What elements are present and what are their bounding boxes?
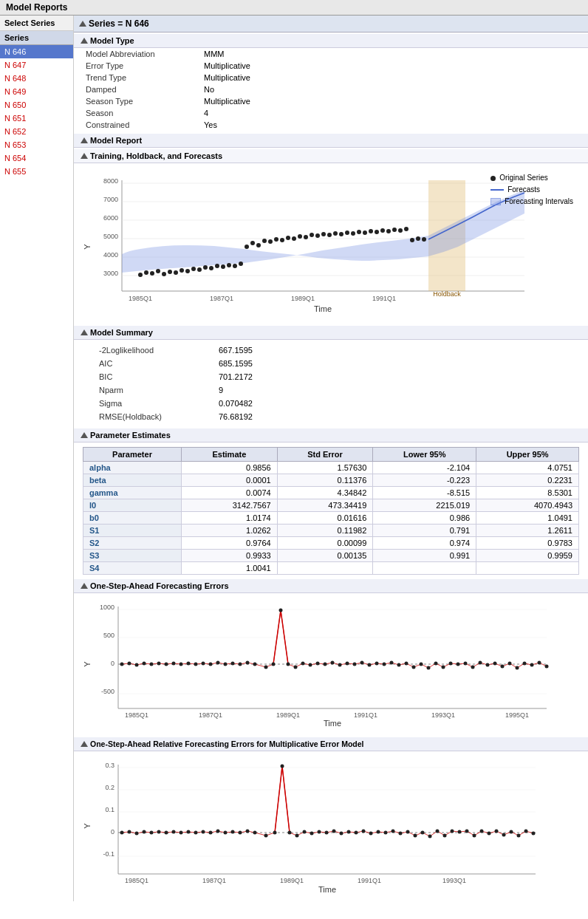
- svg-point-123: [390, 661, 394, 665]
- series-item-N-655[interactable]: N 655: [0, 165, 73, 178]
- param-name: S2: [83, 537, 182, 550]
- training-label: Training, Holdback, and Forecasts: [90, 151, 222, 160]
- param-lower: 0.991: [373, 550, 476, 562]
- svg-text:8000: 8000: [103, 177, 118, 185]
- summary-label: BIC: [87, 371, 205, 383]
- legend-intervals-label: Forecasting Intervals: [505, 196, 573, 208]
- svg-text:-500: -500: [101, 688, 114, 695]
- svg-point-127: [420, 663, 423, 666]
- svg-point-140: [516, 666, 519, 670]
- svg-point-102: [231, 662, 235, 666]
- svg-point-64: [398, 228, 403, 233]
- legend-intervals: Forecasting Intervals: [490, 196, 573, 208]
- svg-point-185: [281, 765, 284, 768]
- prop-label: Season Type: [74, 95, 192, 107]
- summary-value: 9: [207, 384, 575, 396]
- svg-text:0.1: 0.1: [105, 806, 114, 813]
- svg-point-100: [216, 661, 220, 665]
- one-step-triangle[interactable]: [81, 583, 88, 589]
- param-triangle[interactable]: [81, 432, 88, 438]
- table-row: BIC701.2172: [87, 371, 575, 383]
- error-line: [122, 610, 547, 668]
- svg-point-174: [194, 831, 198, 835]
- svg-point-186: [288, 831, 292, 835]
- svg-point-180: [239, 831, 242, 835]
- forecast-line-legend: [490, 189, 504, 191]
- model-type-table: Model AbbreviationMMMError TypeMultiplic…: [74, 48, 588, 131]
- svg-point-44: [280, 238, 284, 242]
- series-item-N-654[interactable]: N 654: [0, 151, 73, 165]
- param-upper: 4070.4943: [476, 499, 579, 512]
- svg-point-103: [239, 663, 242, 666]
- legend-original: Original Series: [490, 172, 573, 184]
- svg-point-111: [301, 662, 305, 666]
- title-bar: Model Reports: [0, 0, 588, 16]
- training-chart-container: Y 8000 7000 6000 5000 4000 3000 1: [74, 163, 588, 324]
- right-panel: Series = N 646 Model Type Model Abbrevia…: [74, 16, 588, 901]
- svg-point-175: [202, 830, 205, 834]
- svg-point-198: [377, 830, 380, 834]
- interval-box-legend: [490, 198, 501, 205]
- svg-point-193: [340, 832, 343, 836]
- svg-point-170: [165, 831, 168, 835]
- model-type-triangle[interactable]: [81, 38, 88, 44]
- svg-point-40: [256, 243, 261, 247]
- param-column-header: Std Error: [277, 448, 373, 462]
- svg-point-27: [180, 268, 184, 273]
- svg-point-215: [502, 833, 506, 837]
- summary-label: Sigma: [87, 397, 205, 409]
- svg-point-116: [338, 663, 342, 667]
- svg-point-31: [203, 265, 208, 270]
- svg-text:1993Q1: 1993Q1: [442, 877, 466, 884]
- series-item-N-649[interactable]: N 649: [0, 85, 73, 98]
- svg-text:1995Q1: 1995Q1: [505, 711, 529, 719]
- prop-label: Season: [74, 107, 192, 119]
- training-triangle[interactable]: [81, 153, 88, 159]
- svg-point-33: [215, 264, 219, 268]
- series-item-N-646[interactable]: N 646: [0, 45, 73, 58]
- svg-point-130: [442, 666, 445, 669]
- series-item-N-647[interactable]: N 647: [0, 58, 73, 72]
- svg-point-24: [162, 272, 166, 276]
- prop-value: MMM: [192, 48, 588, 60]
- svg-point-48: [304, 235, 308, 239]
- svg-point-219: [532, 832, 536, 836]
- prop-label: Error Type: [74, 60, 192, 72]
- svg-point-45: [286, 236, 290, 240]
- svg-point-133: [464, 662, 468, 666]
- collapse-triangle[interactable]: [79, 21, 86, 27]
- relative-header: One-Step-Ahead Relative Forecasting Erro…: [74, 737, 588, 751]
- table-row: S4 1.0041: [83, 562, 579, 575]
- svg-point-36: [233, 264, 237, 268]
- series-item-N-652[interactable]: N 652: [0, 125, 73, 138]
- svg-text:1987Q1: 1987Q1: [202, 877, 226, 884]
- relative-triangle[interactable]: [81, 741, 88, 747]
- svg-point-137: [493, 662, 497, 666]
- prop-value: 4: [192, 107, 588, 119]
- svg-point-122: [383, 663, 386, 666]
- param-std-error: 0.00099: [277, 537, 373, 550]
- svg-point-184: [273, 831, 277, 835]
- series-item-N-653[interactable]: N 653: [0, 138, 73, 151]
- model-summary-triangle[interactable]: [81, 329, 88, 335]
- series-item-N-650[interactable]: N 650: [0, 98, 73, 112]
- summary-value: 685.1595: [207, 358, 575, 369]
- svg-point-54: [339, 232, 343, 236]
- param-std-error: 0.00135: [277, 550, 373, 562]
- svg-point-139: [508, 662, 512, 666]
- svg-point-89: [135, 663, 139, 667]
- param-name: S3: [83, 550, 182, 562]
- prop-value: No: [192, 83, 588, 95]
- svg-point-62: [386, 229, 391, 233]
- svg-text:Y: Y: [83, 661, 92, 667]
- param-estimate: 0.0074: [182, 487, 278, 499]
- svg-point-213: [488, 832, 491, 836]
- svg-text:1987Q1: 1987Q1: [199, 711, 222, 719]
- svg-point-187: [295, 834, 299, 838]
- series-item-N-648[interactable]: N 648: [0, 72, 73, 85]
- svg-point-55: [345, 230, 349, 235]
- table-row: RMSE(Holdback)76.68192: [87, 411, 575, 423]
- series-item-N-651[interactable]: N 651: [0, 112, 73, 125]
- svg-point-25: [168, 270, 172, 274]
- model-report-triangle[interactable]: [81, 137, 88, 143]
